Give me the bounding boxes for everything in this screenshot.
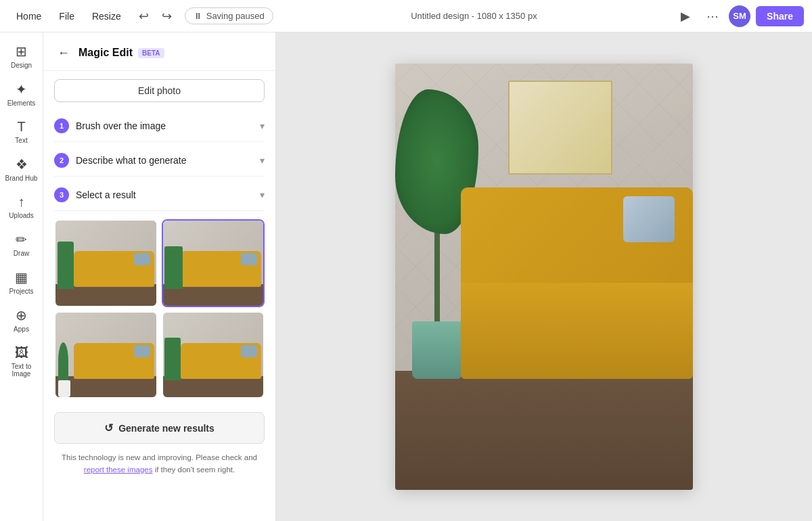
thumb-cushion-4 xyxy=(241,345,257,357)
edit-photo-button[interactable]: Edit photo xyxy=(54,79,265,102)
elements-icon: ✦ xyxy=(16,81,27,97)
sidebar-label-text-to-image: Text to Image xyxy=(5,363,38,378)
thumb-sofa-3 xyxy=(74,343,154,379)
sidebar-item-apps[interactable]: ⊕ Apps xyxy=(3,302,41,338)
design-title: Untitled design - 1080 x 1350 px xyxy=(279,11,669,21)
thumb-scene-3 xyxy=(55,313,156,398)
sidebar-label-draw: Draw xyxy=(14,250,29,257)
step-3-number: 3 xyxy=(54,187,69,202)
home-button[interactable]: Home xyxy=(8,7,49,26)
result-image-1[interactable] xyxy=(54,219,158,307)
text-to-image-icon: 🖼 xyxy=(15,345,28,361)
sofa-cushion xyxy=(623,196,675,242)
sidebar-item-elements[interactable]: ✦ Elements xyxy=(3,76,41,112)
sidebar-item-draw[interactable]: ✏ Draw xyxy=(3,226,41,263)
thumb-floor-3 xyxy=(55,376,156,397)
share-button[interactable]: Share xyxy=(756,6,804,26)
step-2-label: Describe what to generate xyxy=(76,155,186,166)
step-2-number: 2 xyxy=(54,153,69,168)
step-1[interactable]: 1 Brush over the image ▾ xyxy=(54,110,265,142)
sidebar-label-design: Design xyxy=(11,62,32,69)
sofa xyxy=(461,187,693,380)
undo-redo-group: ↩ ↪ xyxy=(133,5,178,27)
step-2-left: 2 Describe what to generate xyxy=(54,153,186,168)
step-3-left: 3 Select a result xyxy=(54,187,136,202)
brand-hub-icon: ❖ xyxy=(16,156,28,173)
text-icon: T xyxy=(17,119,25,135)
sidebar-label-brand-hub: Brand Hub xyxy=(5,175,38,182)
step-3[interactable]: 3 Select a result ▾ xyxy=(54,179,265,211)
step-3-label: Select a result xyxy=(76,189,136,200)
magic-edit-panel: ← Magic Edit BETA Edit photo 1 Brush ove… xyxy=(43,32,276,521)
topbar-left: Home File Resize ↩ ↪ ⏸ Saving paused xyxy=(8,5,273,27)
saving-status: ⏸ Saving paused xyxy=(185,7,273,24)
present-button[interactable]: ▶ xyxy=(675,5,696,27)
uploads-icon: ↑ xyxy=(18,194,25,210)
avatar[interactable]: SM xyxy=(729,5,750,27)
more-options-button[interactable]: ⋯ xyxy=(702,5,723,27)
generate-new-results-button[interactable]: ↺ Generate new results xyxy=(54,412,265,444)
generate-btn-label: Generate new results xyxy=(118,423,215,434)
sidebar-icons: ⊞ Design ✦ Elements T Text ❖ Brand Hub ↑… xyxy=(0,32,43,521)
projects-icon: ▦ xyxy=(15,269,28,286)
thumb-sofa-4 xyxy=(181,343,261,379)
disclaimer-text: This technology is new and improving. Pl… xyxy=(43,447,275,484)
sidebar-item-text-to-image[interactable]: 🖼 Text to Image xyxy=(3,340,41,383)
topbar-nav: Home File Resize xyxy=(8,7,129,26)
generate-button-wrap: ↺ Generate new results xyxy=(43,407,275,447)
floor xyxy=(395,371,693,490)
thumb-cushion-1 xyxy=(134,253,150,265)
thumb-scene-4 xyxy=(163,313,264,398)
sidebar-item-projects[interactable]: ▦ Projects xyxy=(3,264,41,300)
sidebar-label-uploads: Uploads xyxy=(9,212,34,219)
thumb-sofa-1 xyxy=(74,251,154,287)
step-1-number: 1 xyxy=(54,118,69,133)
room-scene xyxy=(395,64,693,490)
step-2[interactable]: 2 Describe what to generate ▾ xyxy=(54,145,265,177)
step-3-chevron: ▾ xyxy=(260,189,265,200)
panel-back-button[interactable]: ← xyxy=(54,43,73,62)
sidebar-label-projects: Projects xyxy=(9,288,33,295)
thumb-scene-2 xyxy=(163,221,264,306)
steps-list: 1 Brush over the image ▾ 2 Describe what… xyxy=(43,110,275,211)
undo-button[interactable]: ↩ xyxy=(133,5,155,27)
sidebar-item-brand-hub[interactable]: ❖ Brand Hub xyxy=(3,151,41,187)
main-layout: ⊞ Design ✦ Elements T Text ❖ Brand Hub ↑… xyxy=(0,32,812,521)
sidebar-label-apps: Apps xyxy=(14,325,29,333)
wall-painting xyxy=(508,81,612,175)
sidebar-item-design[interactable]: ⊞ Design xyxy=(3,38,41,74)
plant-pot xyxy=(412,321,462,380)
result-image-2[interactable] xyxy=(162,219,265,307)
sofa-seat xyxy=(461,283,693,379)
thumb-plant-2 xyxy=(164,246,183,289)
result-image-4[interactable] xyxy=(162,311,265,399)
back-icon: ← xyxy=(58,46,70,60)
step-1-chevron: ▾ xyxy=(260,120,265,131)
topbar: Home File Resize ↩ ↪ ⏸ Saving paused Unt… xyxy=(0,0,812,32)
step-1-left: 1 Brush over the image xyxy=(54,118,166,133)
draw-icon: ✏ xyxy=(16,231,27,248)
result-image-grid xyxy=(43,211,275,407)
report-images-link[interactable]: report these images xyxy=(84,466,153,474)
thumb-scene-1 xyxy=(55,221,156,306)
canvas-image xyxy=(395,64,693,490)
saving-text: Saving paused xyxy=(206,11,265,21)
step-2-chevron: ▾ xyxy=(260,155,265,166)
thumb-cushion-2 xyxy=(241,253,257,265)
refresh-icon: ↺ xyxy=(104,422,113,434)
panel-title: Magic Edit xyxy=(78,47,133,59)
resize-button[interactable]: Resize xyxy=(84,7,129,26)
result-image-3[interactable] xyxy=(54,311,158,399)
thumb-pot-3 xyxy=(58,380,70,397)
sidebar-item-text[interactable]: T Text xyxy=(3,114,41,150)
sidebar-item-uploads[interactable]: ↑ Uploads xyxy=(3,189,41,225)
beta-badge: BETA xyxy=(138,48,164,58)
thumb-cushion-3 xyxy=(134,345,150,357)
topbar-right: ▶ ⋯ SM Share xyxy=(675,5,804,27)
sidebar-label-elements: Elements xyxy=(7,99,36,107)
file-button[interactable]: File xyxy=(51,7,83,26)
redo-button[interactable]: ↪ xyxy=(156,5,178,27)
apps-icon: ⊕ xyxy=(16,307,27,323)
thumb-plant-1 xyxy=(58,242,74,288)
design-icon: ⊞ xyxy=(16,43,27,60)
